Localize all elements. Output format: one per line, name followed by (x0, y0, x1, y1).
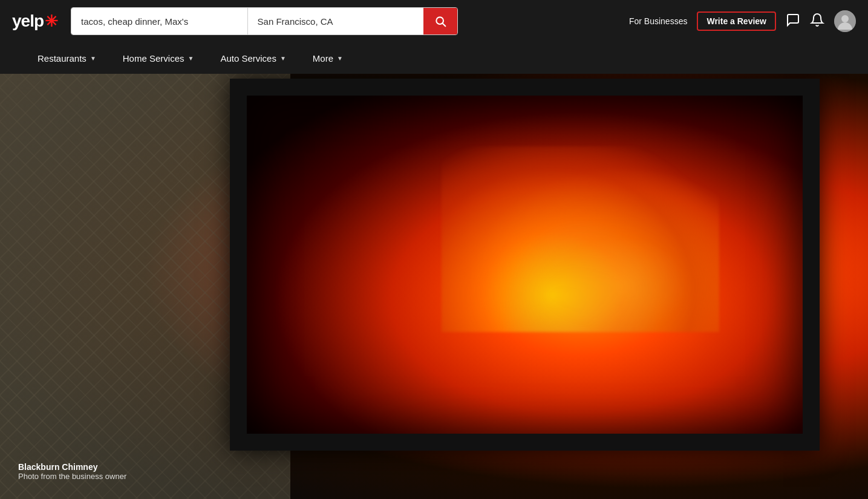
nav-item-auto-services[interactable]: Auto Services ▼ (207, 42, 299, 74)
yelp-logo[interactable]: yelp✳ (12, 11, 57, 31)
chevron-down-icon: ▼ (188, 55, 194, 62)
search-bar (71, 7, 458, 35)
chat-icon-button[interactable] (786, 13, 800, 30)
notification-icon-button[interactable] (810, 13, 824, 30)
flame-overlay (442, 146, 720, 332)
photo-credit-business-name: Blackburn Chimney (18, 462, 126, 472)
header: yelp✳ For Businesses Write a Review (0, 0, 868, 42)
nav-restaurants-label: Restaurants (38, 53, 86, 64)
chevron-down-icon: ▼ (337, 55, 343, 62)
for-businesses-link[interactable]: For Businesses (629, 16, 687, 26)
nav-item-more[interactable]: More ▼ (299, 42, 356, 74)
nav-more-label: More (313, 53, 333, 64)
write-review-button[interactable]: Write a Review (697, 11, 776, 31)
bell-icon (810, 13, 824, 27)
nav-item-restaurants[interactable]: Restaurants ▼ (24, 42, 109, 74)
search-find-input[interactable] (71, 8, 247, 34)
yelp-wordmark: yelp (12, 11, 44, 31)
photo-credit: Blackburn Chimney Photo from the busines… (18, 462, 126, 481)
photo-credit-subtitle: Photo from the business owner (18, 472, 126, 481)
svg-line-1 (443, 24, 446, 27)
search-submit-button[interactable] (423, 8, 457, 34)
chevron-down-icon: ▼ (90, 55, 96, 62)
user-avatar[interactable] (834, 10, 856, 32)
header-right: For Businesses Write a Review (629, 10, 856, 32)
yelp-star-icon: ✳ (45, 12, 57, 31)
chat-icon (786, 13, 800, 27)
search-icon (434, 15, 446, 27)
nav-home-services-label: Home Services (123, 53, 184, 64)
chevron-down-icon: ▼ (280, 55, 286, 62)
search-location-input[interactable] (248, 8, 424, 34)
nav-item-home-services[interactable]: Home Services ▼ (109, 42, 207, 74)
nav-bar: Restaurants ▼ Home Services ▼ Auto Servi… (0, 42, 868, 74)
fireplace-frame (230, 79, 820, 451)
hero-section (0, 0, 868, 499)
nav-auto-services-label: Auto Services (220, 53, 276, 64)
avatar-icon (834, 10, 856, 32)
svg-point-3 (841, 15, 849, 22)
